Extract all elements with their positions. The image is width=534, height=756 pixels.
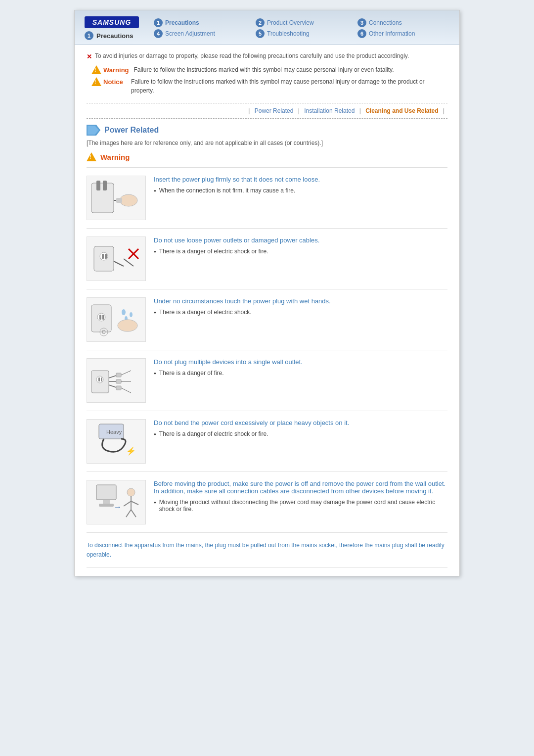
warning-item-5: Heavy ⚡ Do not bend the power cord exces… [87, 411, 447, 472]
svg-rect-7 [116, 198, 122, 203]
item-bullets-3: There is a danger of electric shock. [154, 309, 447, 316]
item-title-3: Under no circumstances touch the power p… [154, 297, 447, 305]
svg-text:→: → [114, 503, 122, 511]
item-bullet-5-1: There is a danger of electric shock or f… [154, 430, 447, 437]
nav-precautions[interactable]: 1 Precautions [154, 18, 246, 27]
item-image-4 [87, 358, 146, 403]
svg-point-45 [127, 488, 135, 496]
precautions-label-text: Precautions [96, 32, 133, 40]
svg-rect-10 [102, 254, 104, 259]
power-related-heading: Power Related [87, 125, 447, 136]
svg-rect-2 [91, 183, 114, 213]
warning-item-3: O Under no circumstances touch the power… [87, 289, 447, 350]
svg-point-20 [122, 309, 126, 315]
nav-troubleshooting[interactable]: 5 Troubleshooting [256, 29, 348, 38]
nav-label-screen-adjustment: Screen Adjustment [165, 30, 215, 37]
tab-links-section: | Power Related | Installation Related |… [87, 103, 447, 119]
svg-line-13 [124, 259, 134, 266]
notice-badge: Notice [91, 77, 126, 86]
svg-point-21 [130, 312, 133, 317]
tab-link-power-related[interactable]: Power Related [255, 107, 294, 114]
item-title-2: Do not use loose power outlets or damage… [154, 236, 447, 244]
nav-product-overview[interactable]: 2 Product Overview [256, 18, 348, 27]
nav-num-6: 6 [357, 29, 366, 38]
svg-rect-18 [99, 315, 101, 320]
sep2: | [298, 107, 300, 114]
item-title-4: Do not plug multiple devices into a sing… [154, 358, 447, 366]
svg-line-12 [114, 261, 124, 266]
svg-line-38 [121, 388, 131, 393]
item-title-1: Insert the power plug firmly so that it … [154, 176, 447, 183]
nav-label-troubleshooting: Troubleshooting [267, 30, 310, 37]
nav-connections[interactable]: 3 Connections [357, 18, 449, 27]
svg-rect-34 [116, 379, 121, 383]
sep3: | [359, 107, 361, 114]
item-bullets-4: There is a danger of fire. [154, 370, 447, 377]
nav-num-5: 5 [256, 29, 265, 38]
sidebar-precautions: 1 Precautions [85, 31, 139, 40]
notice-description: Failure to follow the instructions marke… [131, 77, 447, 95]
svg-rect-33 [116, 373, 121, 377]
svg-rect-3 [96, 181, 100, 190]
warning-item-1: Insert the power plug firmly so that it … [87, 168, 447, 229]
footer-note: To disconnect the apparatus from the mai… [87, 533, 447, 568]
svg-line-32 [109, 385, 116, 387]
notice-intro: ✕ To avoid injuries or damage to propert… [87, 52, 447, 60]
item-content-6: Before moving the product, make sure the… [154, 480, 447, 515]
svg-point-23 [118, 320, 137, 331]
warning-banner-icon [87, 152, 96, 161]
nav-label-product-overview: Product Overview [267, 19, 314, 26]
nav-num-2: 2 [256, 18, 265, 27]
svg-line-48 [131, 501, 138, 505]
svg-rect-43 [103, 500, 110, 504]
nav-num-3: 3 [357, 18, 366, 27]
svg-rect-4 [103, 181, 107, 190]
header: SAMSUNG 1 Precautions 1 Precautions 2 Pr… [75, 10, 459, 45]
warning-description: Failure to follow the instructions marke… [134, 65, 394, 74]
power-related-title: Power Related [104, 126, 159, 135]
warning-triangle-icon [91, 65, 101, 74]
warning-item-6: → Before moving the product, make sure t… [87, 472, 447, 533]
svg-rect-19 [102, 315, 104, 320]
warning-item-4: Do not plug multiple devices into a sing… [87, 350, 447, 411]
reference-note: [The images here are for reference only,… [87, 140, 447, 146]
item-bullet-1-1: When the connection is not firm, it may … [154, 187, 447, 194]
nav-label-connections: Connections [369, 19, 402, 26]
notice-item: Notice Failure to follow the instruction… [91, 77, 447, 95]
sep4: | [443, 107, 445, 114]
item-content-2: Do not use loose power outlets or damage… [154, 236, 447, 257]
svg-rect-42 [96, 485, 116, 500]
svg-text:Heavy: Heavy [106, 429, 122, 435]
svg-line-47 [124, 501, 131, 506]
item-bullet-6-1: Moving the product without disconnecting… [154, 499, 447, 513]
item-title-5: Do not bend the power cord excessively o… [154, 419, 447, 426]
notice-triangle-icon [91, 77, 101, 86]
item-title-6: Before moving the product, make sure the… [154, 480, 447, 495]
item-bullets-6: Moving the product without disconnecting… [154, 499, 447, 513]
svg-line-36 [121, 371, 131, 375]
precautions-number: 1 [85, 31, 93, 40]
nav-other-information[interactable]: 6 Other Information [357, 29, 449, 38]
svg-text:O: O [102, 330, 106, 335]
svg-line-30 [109, 376, 116, 378]
svg-point-5 [120, 194, 137, 206]
notice-label: Notice [103, 78, 123, 86]
nav-grid: 1 Precautions 2 Product Overview 3 Conne… [154, 18, 449, 38]
tab-link-installation-related[interactable]: Installation Related [304, 107, 355, 114]
warning-item: Warning Failure to follow the instructio… [91, 65, 447, 74]
warning-item-2: Do not use loose power outlets or damage… [87, 229, 447, 289]
item-content-5: Do not bend the power cord excessively o… [154, 419, 447, 439]
tab-link-cleaning-use-related[interactable]: Cleaning and Use Related [365, 107, 438, 114]
warning-label: Warning [103, 66, 129, 74]
nav-label-precautions: Precautions [165, 19, 199, 26]
svg-rect-28 [98, 378, 100, 381]
item-image-1 [87, 176, 146, 220]
nav-label-other-info: Other Information [369, 30, 415, 37]
item-image-2 [87, 236, 146, 281]
warning-badge: Warning [91, 65, 129, 74]
nav-screen-adjustment[interactable]: 4 Screen Adjustment [154, 29, 246, 38]
warning-notice-items: Warning Failure to follow the instructio… [91, 65, 447, 95]
svg-rect-35 [116, 386, 121, 390]
item-content-1: Insert the power plug firmly so that it … [154, 176, 447, 196]
svg-rect-44 [99, 504, 114, 507]
